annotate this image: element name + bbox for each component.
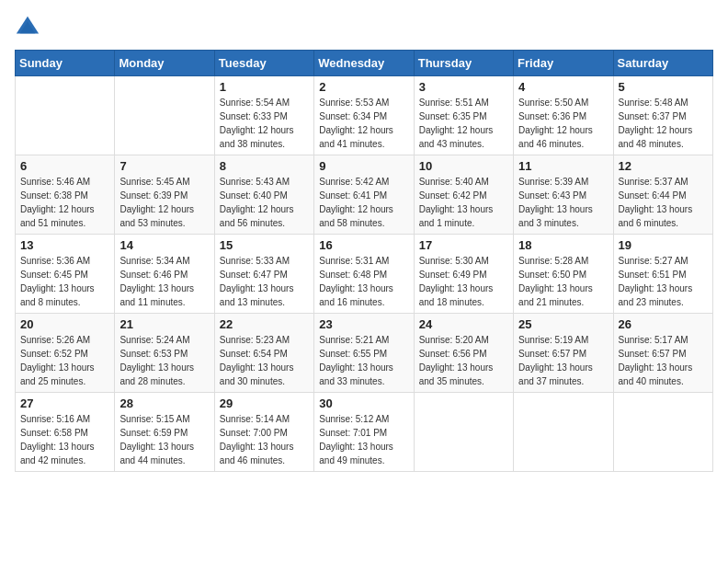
day-cell: 16Sunrise: 5:31 AM Sunset: 6:48 PM Dayli… xyxy=(314,235,414,314)
day-number: 15 xyxy=(220,238,309,252)
logo-icon xyxy=(15,15,40,40)
day-cell: 11Sunrise: 5:39 AM Sunset: 6:43 PM Dayli… xyxy=(514,155,613,235)
day-number: 28 xyxy=(119,396,209,410)
day-info: Sunrise: 5:48 AM Sunset: 6:37 PM Dayligh… xyxy=(619,96,708,151)
day-info: Sunrise: 5:14 AM Sunset: 7:00 PM Dayligh… xyxy=(220,412,309,467)
day-cell: 5Sunrise: 5:48 AM Sunset: 6:37 PM Daylig… xyxy=(613,76,712,155)
day-cell: 23Sunrise: 5:21 AM Sunset: 6:55 PM Dayli… xyxy=(314,314,414,393)
weekday-header-row: SundayMondayTuesdayWednesdayThursdayFrid… xyxy=(16,51,713,76)
day-number: 24 xyxy=(419,317,508,331)
day-info: Sunrise: 5:20 AM Sunset: 6:56 PM Dayligh… xyxy=(419,333,508,388)
day-info: Sunrise: 5:50 AM Sunset: 6:36 PM Dayligh… xyxy=(518,96,608,151)
day-number: 16 xyxy=(319,238,408,252)
logo xyxy=(15,15,44,40)
day-number: 17 xyxy=(419,238,508,252)
day-cell: 9Sunrise: 5:42 AM Sunset: 6:41 PM Daylig… xyxy=(314,155,414,235)
day-number: 12 xyxy=(619,159,708,173)
day-info: Sunrise: 5:23 AM Sunset: 6:54 PM Dayligh… xyxy=(220,333,309,388)
day-number: 2 xyxy=(319,80,408,94)
day-cell: 26Sunrise: 5:17 AM Sunset: 6:57 PM Dayli… xyxy=(613,314,712,393)
day-cell: 24Sunrise: 5:20 AM Sunset: 6:56 PM Dayli… xyxy=(414,314,513,393)
day-info: Sunrise: 5:16 AM Sunset: 6:58 PM Dayligh… xyxy=(20,412,109,467)
day-cell: 29Sunrise: 5:14 AM Sunset: 7:00 PM Dayli… xyxy=(214,393,313,472)
week-row-3: 13Sunrise: 5:36 AM Sunset: 6:45 PM Dayli… xyxy=(16,235,713,314)
day-number: 13 xyxy=(20,238,109,252)
day-number: 20 xyxy=(20,317,109,331)
day-number: 14 xyxy=(119,238,209,252)
day-info: Sunrise: 5:42 AM Sunset: 6:41 PM Dayligh… xyxy=(319,175,408,230)
day-number: 9 xyxy=(319,159,408,173)
day-info: Sunrise: 5:33 AM Sunset: 6:47 PM Dayligh… xyxy=(220,254,309,309)
day-info: Sunrise: 5:24 AM Sunset: 6:53 PM Dayligh… xyxy=(119,333,209,388)
day-number: 8 xyxy=(220,159,309,173)
day-cell: 4Sunrise: 5:50 AM Sunset: 6:36 PM Daylig… xyxy=(514,76,613,155)
day-number: 25 xyxy=(518,317,608,331)
day-number: 5 xyxy=(619,80,708,94)
calendar-table: SundayMondayTuesdayWednesdayThursdayFrid… xyxy=(15,50,713,472)
day-number: 1 xyxy=(220,80,309,94)
day-number: 4 xyxy=(518,80,608,94)
day-info: Sunrise: 5:21 AM Sunset: 6:55 PM Dayligh… xyxy=(319,333,408,388)
weekday-header-sunday: Sunday xyxy=(16,51,115,76)
day-number: 11 xyxy=(518,159,608,173)
day-info: Sunrise: 5:15 AM Sunset: 6:59 PM Dayligh… xyxy=(119,412,209,467)
day-info: Sunrise: 5:53 AM Sunset: 6:34 PM Dayligh… xyxy=(319,96,408,151)
day-cell xyxy=(414,393,513,472)
day-cell: 28Sunrise: 5:15 AM Sunset: 6:59 PM Dayli… xyxy=(115,393,214,472)
week-row-4: 20Sunrise: 5:26 AM Sunset: 6:52 PM Dayli… xyxy=(16,314,713,393)
day-cell: 20Sunrise: 5:26 AM Sunset: 6:52 PM Dayli… xyxy=(16,314,115,393)
day-number: 22 xyxy=(220,317,309,331)
day-info: Sunrise: 5:31 AM Sunset: 6:48 PM Dayligh… xyxy=(319,254,408,309)
day-cell xyxy=(514,393,613,472)
page-header xyxy=(15,15,713,40)
week-row-2: 6Sunrise: 5:46 AM Sunset: 6:38 PM Daylig… xyxy=(16,155,713,235)
day-info: Sunrise: 5:19 AM Sunset: 6:57 PM Dayligh… xyxy=(518,333,608,388)
day-number: 21 xyxy=(119,317,209,331)
day-info: Sunrise: 5:43 AM Sunset: 6:40 PM Dayligh… xyxy=(220,175,309,230)
day-cell: 7Sunrise: 5:45 AM Sunset: 6:39 PM Daylig… xyxy=(115,155,214,235)
weekday-header-monday: Monday xyxy=(115,51,214,76)
weekday-header-friday: Friday xyxy=(514,51,613,76)
day-cell: 15Sunrise: 5:33 AM Sunset: 6:47 PM Dayli… xyxy=(214,235,313,314)
day-cell: 3Sunrise: 5:51 AM Sunset: 6:35 PM Daylig… xyxy=(414,76,513,155)
day-number: 30 xyxy=(319,396,408,410)
day-number: 23 xyxy=(319,317,408,331)
day-info: Sunrise: 5:37 AM Sunset: 6:44 PM Dayligh… xyxy=(619,175,708,230)
day-cell: 17Sunrise: 5:30 AM Sunset: 6:49 PM Dayli… xyxy=(414,235,513,314)
day-cell: 1Sunrise: 5:54 AM Sunset: 6:33 PM Daylig… xyxy=(214,76,313,155)
weekday-header-saturday: Saturday xyxy=(613,51,712,76)
day-cell xyxy=(16,76,115,155)
week-row-1: 1Sunrise: 5:54 AM Sunset: 6:33 PM Daylig… xyxy=(16,76,713,155)
day-cell: 2Sunrise: 5:53 AM Sunset: 6:34 PM Daylig… xyxy=(314,76,414,155)
day-cell: 13Sunrise: 5:36 AM Sunset: 6:45 PM Dayli… xyxy=(16,235,115,314)
day-number: 6 xyxy=(20,159,109,173)
day-info: Sunrise: 5:45 AM Sunset: 6:39 PM Dayligh… xyxy=(119,175,209,230)
day-cell: 25Sunrise: 5:19 AM Sunset: 6:57 PM Dayli… xyxy=(514,314,613,393)
day-info: Sunrise: 5:30 AM Sunset: 6:49 PM Dayligh… xyxy=(419,254,508,309)
day-info: Sunrise: 5:36 AM Sunset: 6:45 PM Dayligh… xyxy=(20,254,109,309)
day-cell: 19Sunrise: 5:27 AM Sunset: 6:51 PM Dayli… xyxy=(613,235,712,314)
weekday-header-tuesday: Tuesday xyxy=(214,51,313,76)
day-info: Sunrise: 5:54 AM Sunset: 6:33 PM Dayligh… xyxy=(220,96,309,151)
day-info: Sunrise: 5:46 AM Sunset: 6:38 PM Dayligh… xyxy=(20,175,109,230)
day-cell: 30Sunrise: 5:12 AM Sunset: 7:01 PM Dayli… xyxy=(314,393,414,472)
day-cell: 10Sunrise: 5:40 AM Sunset: 6:42 PM Dayli… xyxy=(414,155,513,235)
day-cell: 18Sunrise: 5:28 AM Sunset: 6:50 PM Dayli… xyxy=(514,235,613,314)
day-info: Sunrise: 5:34 AM Sunset: 6:46 PM Dayligh… xyxy=(119,254,209,309)
day-number: 7 xyxy=(119,159,209,173)
day-info: Sunrise: 5:28 AM Sunset: 6:50 PM Dayligh… xyxy=(518,254,608,309)
day-info: Sunrise: 5:12 AM Sunset: 7:01 PM Dayligh… xyxy=(319,412,408,467)
day-cell xyxy=(613,393,712,472)
day-cell: 12Sunrise: 5:37 AM Sunset: 6:44 PM Dayli… xyxy=(613,155,712,235)
day-cell: 27Sunrise: 5:16 AM Sunset: 6:58 PM Dayli… xyxy=(16,393,115,472)
day-number: 29 xyxy=(220,396,309,410)
day-info: Sunrise: 5:51 AM Sunset: 6:35 PM Dayligh… xyxy=(419,96,508,151)
day-cell: 14Sunrise: 5:34 AM Sunset: 6:46 PM Dayli… xyxy=(115,235,214,314)
day-cell: 21Sunrise: 5:24 AM Sunset: 6:53 PM Dayli… xyxy=(115,314,214,393)
day-info: Sunrise: 5:26 AM Sunset: 6:52 PM Dayligh… xyxy=(20,333,109,388)
day-cell xyxy=(115,76,214,155)
day-info: Sunrise: 5:17 AM Sunset: 6:57 PM Dayligh… xyxy=(619,333,708,388)
day-number: 19 xyxy=(619,238,708,252)
day-cell: 6Sunrise: 5:46 AM Sunset: 6:38 PM Daylig… xyxy=(16,155,115,235)
weekday-header-wednesday: Wednesday xyxy=(314,51,414,76)
